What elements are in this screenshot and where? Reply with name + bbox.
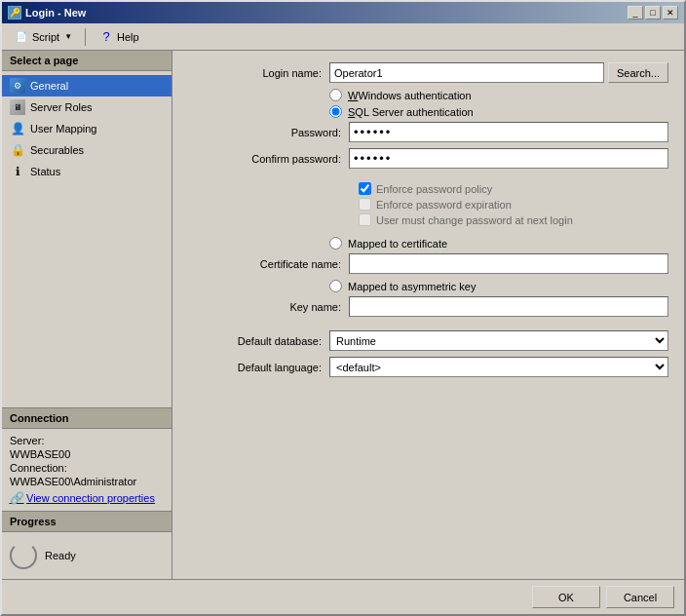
cert-name-input[interactable] xyxy=(349,253,668,274)
script-label: Script xyxy=(32,31,59,43)
toolbar: 📄 Script ▼ ? Help xyxy=(2,23,684,51)
cert-name-row: Certificate name: xyxy=(188,253,668,274)
default-lang-row: Default language: <default> English xyxy=(188,357,668,377)
minimize-button[interactable]: _ xyxy=(628,6,643,19)
enforce-policy-label: Enforce password policy xyxy=(376,183,492,195)
cancel-button[interactable]: Cancel xyxy=(606,586,674,608)
sidebar-item-securables-label: Securables xyxy=(30,144,84,156)
help-label: Help xyxy=(117,31,139,43)
key-name-row: Key name: xyxy=(188,296,668,317)
password-row: Password: xyxy=(188,122,668,142)
progress-status: Ready xyxy=(45,550,76,561)
enforce-policy-row: Enforce password policy xyxy=(188,182,668,195)
sidebar-items: ⚙ General 🖥 Server Roles 👤 User Mapping xyxy=(2,71,172,407)
sql-auth-radio[interactable] xyxy=(329,105,342,118)
default-lang-label: Default language: xyxy=(188,362,329,373)
login-name-label: Login name: xyxy=(188,67,329,79)
mapped-asymkey-label: Mapped to asymmetric key xyxy=(348,281,476,292)
default-lang-select[interactable]: <default> English xyxy=(329,357,668,377)
connection-label: Connection: xyxy=(10,462,164,474)
login-name-field-group: Search... xyxy=(329,62,668,83)
general-icon: ⚙ xyxy=(10,78,25,94)
server-label: Server: xyxy=(10,435,164,446)
script-dropdown-arrow: ▼ xyxy=(64,32,72,41)
key-name-input[interactable] xyxy=(349,296,668,317)
enforce-expiration-checkbox[interactable] xyxy=(359,198,371,211)
windows-auth-row: WWindows authentication xyxy=(188,89,668,101)
sidebar-item-general[interactable]: ⚙ General xyxy=(2,75,172,96)
must-change-checkbox[interactable] xyxy=(359,213,371,226)
password-input[interactable] xyxy=(349,122,668,142)
toolbar-separator xyxy=(85,28,86,46)
main-content: Select a page ⚙ General 🖥 Server Roles xyxy=(2,51,684,579)
connection-section: Connection Server: WWBASE00 Connection: … xyxy=(2,407,172,511)
enforce-expiration-label: Enforce password expiration xyxy=(376,199,512,211)
connection-link-label: View connection properties xyxy=(26,492,155,504)
login-name-input[interactable] xyxy=(329,62,604,83)
mapped-asymkey-row: Mapped to asymmetric key xyxy=(188,280,668,292)
sidebar-item-user-mapping[interactable]: 👤 User Mapping xyxy=(2,118,172,139)
progress-content: Ready xyxy=(2,532,172,579)
mapped-cert-radio[interactable] xyxy=(329,237,342,250)
login-name-row: Login name: Search... xyxy=(188,62,668,83)
progress-section: Progress Ready xyxy=(2,511,172,579)
confirm-password-label: Confirm password: xyxy=(208,153,349,165)
title-bar-buttons: _ □ ✕ xyxy=(628,6,678,19)
search-button[interactable]: Search... xyxy=(608,62,668,83)
windows-auth-label: WWindows authentication xyxy=(348,90,472,101)
progress-header: Progress xyxy=(2,512,172,532)
sql-auth-label: SQL Server authentication xyxy=(348,106,474,118)
default-db-label: Default database: xyxy=(188,335,329,347)
sidebar-item-status[interactable]: ℹ Status xyxy=(2,161,172,182)
sidebar: Select a page ⚙ General 🖥 Server Roles xyxy=(2,51,172,579)
password-label: Password: xyxy=(208,127,349,138)
sidebar-item-status-label: Status xyxy=(30,166,60,177)
default-db-row: Default database: Runtime master tempdb xyxy=(188,330,668,351)
title-bar-left: 🔑 Login - New xyxy=(8,6,86,19)
connection-header: Connection xyxy=(2,407,172,429)
windows-auth-radio[interactable] xyxy=(329,89,342,101)
mapped-cert-row: Mapped to certificate xyxy=(188,237,668,250)
view-connection-link[interactable]: 🔗 View connection properties xyxy=(10,491,164,505)
form-panel: Login name: Search... WWindows authentic… xyxy=(172,51,684,579)
title-bar: 🔑 Login - New _ □ ✕ xyxy=(2,2,684,23)
sidebar-item-server-roles[interactable]: 🖥 Server Roles xyxy=(2,96,172,118)
sidebar-header: Select a page xyxy=(2,51,172,71)
maximize-button[interactable]: □ xyxy=(645,6,661,19)
help-button[interactable]: ? Help xyxy=(92,26,146,48)
sidebar-item-user-mapping-label: User Mapping xyxy=(30,123,96,135)
confirm-password-row: Confirm password: xyxy=(188,148,668,169)
enforce-expiration-row: Enforce password expiration xyxy=(188,198,668,211)
must-change-label: User must change password at next login xyxy=(376,214,573,226)
cert-name-label: Certificate name: xyxy=(208,258,349,270)
default-db-select[interactable]: Runtime master tempdb xyxy=(329,330,668,351)
sql-auth-row: SQL Server authentication xyxy=(188,105,668,118)
close-button[interactable]: ✕ xyxy=(663,6,678,19)
enforce-policy-checkbox[interactable] xyxy=(359,182,371,195)
key-name-label: Key name: xyxy=(208,301,349,313)
sidebar-item-general-label: General xyxy=(30,80,68,92)
mapped-asymkey-radio[interactable] xyxy=(329,280,342,292)
main-window: 🔑 Login - New _ □ ✕ 📄 Script ▼ ? Help Se… xyxy=(0,0,686,616)
script-icon: 📄 xyxy=(14,29,29,45)
script-button[interactable]: 📄 Script ▼ xyxy=(7,26,79,48)
window-icon: 🔑 xyxy=(8,6,21,19)
sidebar-item-server-roles-label: Server Roles xyxy=(30,101,93,113)
bottom-bar: OK Cancel xyxy=(2,579,684,614)
help-icon: ? xyxy=(98,29,114,45)
sidebar-item-securables[interactable]: 🔒 Securables xyxy=(2,139,172,161)
must-change-row: User must change password at next login xyxy=(188,213,668,226)
connection-info: Server: WWBASE00 Connection: WWBASE00\Ad… xyxy=(2,429,172,511)
link-icon: 🔗 xyxy=(10,491,23,505)
status-icon: ℹ xyxy=(10,164,25,179)
securables-icon: 🔒 xyxy=(10,142,25,158)
ok-button[interactable]: OK xyxy=(532,586,600,608)
window-title: Login - New xyxy=(25,7,86,19)
server-value: WWBASE00 xyxy=(10,448,164,460)
connection-value: WWBASE00\Administrator xyxy=(10,476,164,487)
confirm-password-input[interactable] xyxy=(349,148,668,169)
progress-spinner xyxy=(10,542,37,569)
user-mapping-icon: 👤 xyxy=(10,121,25,136)
server-roles-icon: 🖥 xyxy=(10,99,25,115)
mapped-cert-label: Mapped to certificate xyxy=(348,238,447,250)
